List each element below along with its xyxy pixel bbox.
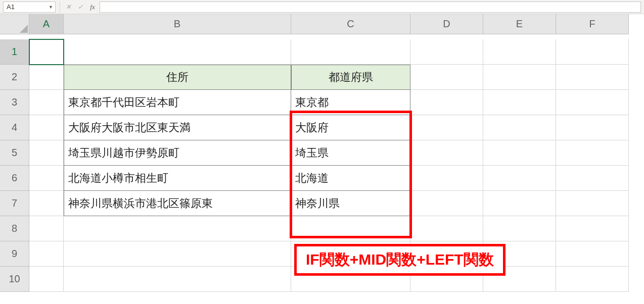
cell-F6[interactable] <box>556 166 629 191</box>
cell-B4[interactable]: 大阪府大阪市北区東天満 <box>64 115 291 140</box>
cell-B5[interactable]: 埼玉県川越市伊勢原町 <box>64 140 291 166</box>
cell-A1[interactable] <box>29 39 64 65</box>
cell-A7[interactable] <box>29 191 64 216</box>
cell-B9[interactable] <box>64 241 291 267</box>
cell-A2[interactable] <box>29 65 64 90</box>
divider <box>60 2 60 13</box>
cell-A10[interactable] <box>29 267 64 292</box>
cell-C1[interactable] <box>291 39 410 65</box>
cell-E2[interactable] <box>483 65 556 90</box>
row-header-4[interactable]: 4 <box>0 115 29 140</box>
col-header-C[interactable]: C <box>291 14 410 34</box>
cell-F2[interactable] <box>556 65 629 90</box>
cell-A9[interactable] <box>29 241 64 267</box>
cell-F7[interactable] <box>556 191 629 216</box>
row-header-10[interactable]: 10 <box>0 267 29 292</box>
cell-C4[interactable]: 大阪府 <box>291 115 410 140</box>
annotation-text: IF関数+MID関数+LEFT関数 <box>306 249 494 270</box>
cell-C2[interactable]: 都道府県 <box>291 65 410 90</box>
cell-A8[interactable] <box>29 216 64 241</box>
col-header-B[interactable]: B <box>64 14 291 34</box>
cell-A3[interactable] <box>29 90 64 115</box>
cell-F1[interactable] <box>556 39 629 65</box>
row-header-7[interactable]: 7 <box>0 191 29 216</box>
cancel-button[interactable]: ✕ <box>62 2 74 13</box>
cell-B10[interactable] <box>64 267 291 292</box>
cell-C8[interactable] <box>291 216 410 241</box>
cell-B7[interactable]: 神奈川県横浜市港北区篠原東 <box>64 191 291 216</box>
formula-input[interactable] <box>100 2 641 13</box>
cell-A5[interactable] <box>29 140 64 166</box>
cell-F4[interactable] <box>556 115 629 140</box>
cell-D6[interactable] <box>410 166 483 191</box>
col-header-E[interactable]: E <box>483 14 556 34</box>
cell-C5[interactable]: 埼玉県 <box>291 140 410 166</box>
cell-D5[interactable] <box>410 140 483 166</box>
row-header-2[interactable]: 2 <box>0 65 29 90</box>
cell-B2[interactable]: 住所 <box>64 65 291 90</box>
cell-D7[interactable] <box>410 191 483 216</box>
cell-B8[interactable] <box>64 216 291 241</box>
cell-B1[interactable] <box>64 39 291 65</box>
cell-F5[interactable] <box>556 140 629 166</box>
annotation-label: IF関数+MID関数+LEFT関数 <box>294 244 505 276</box>
formula-bar: A1 ▼ ✕ ✓ fx <box>0 0 644 14</box>
cell-A6[interactable] <box>29 166 64 191</box>
name-box-value: A1 <box>7 3 15 11</box>
col-header-D[interactable]: D <box>410 14 483 34</box>
name-box[interactable]: A1 ▼ <box>3 2 56 13</box>
fx-button[interactable]: fx <box>86 2 99 13</box>
cell-A4[interactable] <box>29 115 64 140</box>
row-header-3[interactable]: 3 <box>0 90 29 115</box>
col-header-F[interactable]: F <box>556 14 629 34</box>
cell-F8[interactable] <box>556 216 629 241</box>
row-header-9[interactable]: 9 <box>0 241 29 267</box>
col-header-A[interactable]: A <box>29 14 64 34</box>
cell-E5[interactable] <box>483 140 556 166</box>
select-all-corner[interactable] <box>0 14 29 34</box>
cell-D4[interactable] <box>410 115 483 140</box>
cell-B3[interactable]: 東京都千代田区岩本町 <box>64 90 291 115</box>
cell-E4[interactable] <box>483 115 556 140</box>
cell-E7[interactable] <box>483 191 556 216</box>
cell-D2[interactable] <box>410 65 483 90</box>
cell-F3[interactable] <box>556 90 629 115</box>
cell-E1[interactable] <box>483 39 556 65</box>
cell-C7[interactable]: 神奈川県 <box>291 191 410 216</box>
cell-E6[interactable] <box>483 166 556 191</box>
cell-D3[interactable] <box>410 90 483 115</box>
row-header-1[interactable]: 1 <box>0 39 29 65</box>
cell-D8[interactable] <box>410 216 483 241</box>
cell-C3[interactable]: 東京都 <box>291 90 410 115</box>
cell-D1[interactable] <box>410 39 483 65</box>
row-header-8[interactable]: 8 <box>0 216 29 241</box>
row-header-6[interactable]: 6 <box>0 166 29 191</box>
row-header-5[interactable]: 5 <box>0 140 29 166</box>
chevron-down-icon[interactable]: ▼ <box>49 5 53 10</box>
cell-E8[interactable] <box>483 216 556 241</box>
cell-F10[interactable] <box>556 267 629 292</box>
cell-F9[interactable] <box>556 241 629 267</box>
cell-B6[interactable]: 北海道小樽市相生町 <box>64 166 291 191</box>
cell-E3[interactable] <box>483 90 556 115</box>
enter-button[interactable]: ✓ <box>74 2 86 13</box>
cell-C6[interactable]: 北海道 <box>291 166 410 191</box>
